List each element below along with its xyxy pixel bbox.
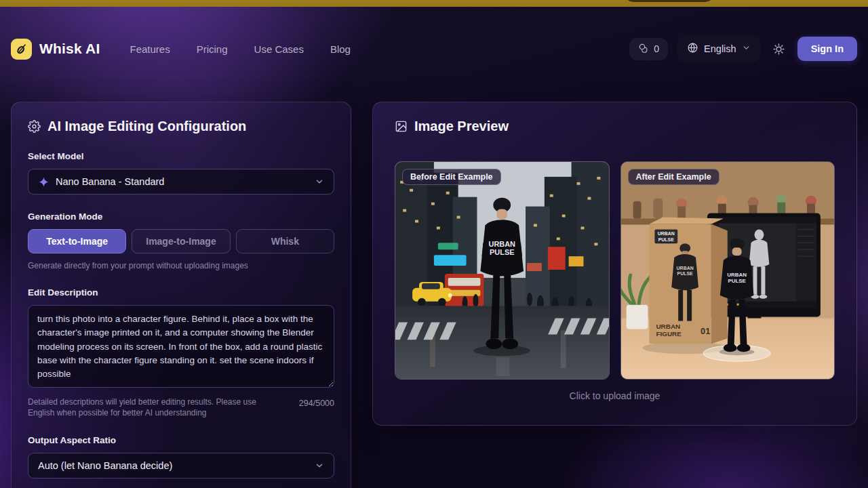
generation-mode-group: Text-to-Image Image-to-Image Whisk bbox=[28, 229, 334, 253]
whisk-logo-icon bbox=[11, 39, 32, 60]
box-number: 01 bbox=[701, 326, 710, 336]
city-street-photo: URBAN PULSE bbox=[395, 162, 609, 379]
box-print-line2: PULSE bbox=[677, 271, 693, 276]
box-brand-line1: URBAN bbox=[657, 231, 674, 236]
after-example-label: After Edit Example bbox=[628, 169, 719, 185]
description-hint: Detailed descriptions will yield better … bbox=[28, 396, 279, 418]
image-icon bbox=[395, 120, 408, 133]
header-actions: 0 English bbox=[629, 36, 857, 62]
upload-hint: Click to upload image bbox=[395, 390, 835, 401]
banner-cta-button[interactable]: Unlock 50% OFF bbox=[624, 0, 715, 2]
edit-description-input[interactable]: turn this photo into a character figure.… bbox=[28, 305, 334, 388]
figure-shirt-line2: PULSE bbox=[728, 278, 745, 284]
language-selector[interactable]: English bbox=[677, 36, 760, 62]
aspect-ratio-select[interactable]: Auto (let Nano Banana decide) bbox=[28, 453, 334, 479]
figure-shirt-line1: URBAN bbox=[727, 272, 747, 278]
mode-hint: Generate directly from your prompt witho… bbox=[28, 261, 334, 270]
hoodie-text-line2: PULSE bbox=[490, 248, 514, 256]
aspect-ratio-value: Auto (let Nano Banana decide) bbox=[38, 460, 172, 471]
description-label: Edit Description bbox=[28, 287, 334, 298]
model-value: Nano Banana - Standard bbox=[56, 176, 164, 187]
before-example-image: URBAN PULSE Before Edit Example bbox=[395, 161, 610, 380]
chevron-down-icon bbox=[315, 177, 324, 186]
upload-area[interactable]: URBAN PULSE Before Edit Example bbox=[395, 161, 835, 401]
preview-panel-title: Image Preview bbox=[395, 119, 835, 134]
hoodie-text-line1: URBAN bbox=[489, 240, 516, 248]
coins-icon bbox=[638, 43, 649, 56]
brand-link[interactable]: Whisk AI bbox=[11, 39, 100, 60]
after-example-image: URBAN PULSE URBAN PULSE URBAN bbox=[620, 161, 835, 380]
description-meta: Detailed descriptions will yield better … bbox=[28, 396, 334, 418]
sign-in-button[interactable]: Sign In bbox=[797, 37, 857, 61]
credits-counter[interactable]: 0 bbox=[629, 38, 668, 60]
header: Whisk AI Features Pricing Use Cases Blog… bbox=[0, 30, 868, 68]
sun-icon bbox=[772, 43, 785, 56]
char-counter: 294/5000 bbox=[299, 396, 334, 408]
figure-desk-photo: URBAN PULSE URBAN PULSE URBAN bbox=[621, 162, 835, 379]
brand-name: Whisk AI bbox=[39, 41, 100, 57]
aspect-ratio-label: Output Aspect Ratio bbox=[28, 435, 334, 445]
language-value: English bbox=[704, 43, 736, 54]
sparkle-icon bbox=[38, 176, 50, 188]
page: 01 : 59 : 58 Nano Banana Pro Just Launch… bbox=[0, 0, 868, 488]
nav-features[interactable]: Features bbox=[130, 43, 170, 55]
before-example-label: Before Edit Example bbox=[402, 169, 501, 185]
box-footer-line1: URBAN bbox=[656, 323, 680, 330]
mode-text-to-image-button[interactable]: Text-to-Image bbox=[28, 229, 126, 253]
credits-value: 0 bbox=[654, 43, 659, 54]
config-panel-title: AI Image Editing Configuration bbox=[28, 119, 334, 134]
box-print-line1: URBAN bbox=[676, 266, 693, 270]
mode-label: Generation Mode bbox=[28, 211, 334, 222]
mode-image-to-image-button[interactable]: Image-to-Image bbox=[132, 229, 230, 253]
promo-banner: 01 : 59 : 58 Nano Banana Pro Just Launch… bbox=[0, 0, 868, 7]
globe-icon bbox=[687, 42, 698, 56]
model-label: Select Model bbox=[28, 151, 334, 161]
chevron-down-icon bbox=[315, 461, 324, 470]
preview-title-text: Image Preview bbox=[414, 119, 509, 134]
example-images: URBAN PULSE Before Edit Example bbox=[395, 161, 835, 380]
box-footer-line2: FIGURE bbox=[656, 330, 682, 338]
nav-pricing[interactable]: Pricing bbox=[197, 43, 228, 55]
chevron-down-icon bbox=[742, 43, 751, 54]
main-nav: Features Pricing Use Cases Blog bbox=[130, 43, 351, 55]
config-panel: AI Image Editing Configuration Select Mo… bbox=[11, 102, 351, 488]
nav-use-cases[interactable]: Use Cases bbox=[254, 43, 304, 55]
mode-whisk-button[interactable]: Whisk bbox=[236, 229, 334, 253]
theme-toggle-button[interactable] bbox=[770, 40, 788, 58]
model-select[interactable]: Nano Banana - Standard bbox=[28, 169, 334, 195]
nav-blog[interactable]: Blog bbox=[330, 43, 351, 55]
config-title-text: AI Image Editing Configuration bbox=[47, 119, 246, 134]
box-brand-line2: PULSE bbox=[658, 237, 674, 242]
gear-icon bbox=[28, 120, 41, 133]
preview-panel: Image Preview bbox=[372, 102, 857, 426]
